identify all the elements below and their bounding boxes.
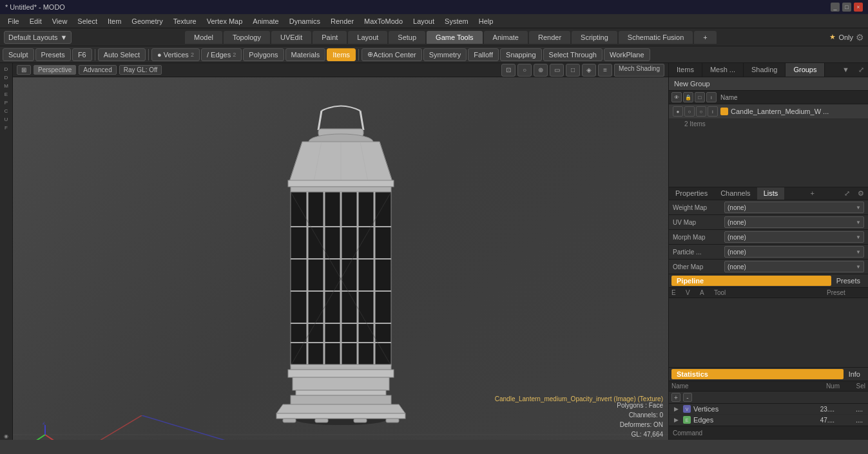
menu-geometry[interactable]: Geometry	[126, 16, 168, 26]
vp-control-7[interactable]: ≡	[598, 64, 612, 77]
menu-help[interactable]: Help	[474, 16, 499, 26]
sidebar-btn-3[interactable]: M	[1, 82, 12, 90]
other-map-dropdown[interactable]: (none) ▼	[724, 261, 864, 272]
expand-lists-btn[interactable]: ⤢	[840, 187, 854, 200]
tab-channels[interactable]: Channels	[714, 187, 757, 200]
tab-render[interactable]: Render	[529, 31, 570, 44]
group-visibility-btn[interactable]: ●	[673, 106, 683, 117]
sidebar-btn-bottom[interactable]: ◉	[1, 433, 12, 440]
expand-panel-btn[interactable]: ⤢	[854, 63, 868, 77]
settings-icon[interactable]: ⚙	[856, 32, 864, 43]
weight-map-dropdown[interactable]: (none) ▼	[724, 202, 864, 213]
info-label[interactable]: Info	[844, 369, 865, 379]
edges-expand[interactable]: ▶	[674, 417, 680, 423]
sidebar-btn-6[interactable]: C	[1, 108, 12, 115]
presets-button[interactable]: Presets	[35, 48, 71, 61]
menu-maxtomodo[interactable]: MaxToModo	[359, 16, 408, 26]
stats-remove-btn[interactable]: -	[683, 393, 692, 402]
menu-view[interactable]: View	[47, 16, 73, 26]
info-icon[interactable]: i	[706, 92, 717, 102]
menu-animate[interactable]: Animate	[247, 16, 284, 26]
tab-schematic-fusion[interactable]: Schematic Fusion	[619, 31, 693, 44]
items-button[interactable]: Items	[327, 48, 356, 61]
vp-control-5[interactable]: □	[566, 64, 580, 77]
particle-dropdown[interactable]: (none) ▼	[724, 246, 864, 258]
tab-layout[interactable]: Layout	[348, 31, 387, 44]
sidebar-btn-1[interactable]: D	[1, 66, 12, 73]
stats-add-btn[interactable]: +	[671, 393, 680, 402]
vertices-button[interactable]: ● Vertices 2	[151, 48, 200, 61]
group-info-btn[interactable]: i	[708, 106, 718, 117]
tab-lists[interactable]: Lists	[757, 187, 785, 200]
vertices-expand[interactable]: ▶	[674, 406, 680, 412]
mech-shading-btn[interactable]: Mech Shading	[614, 64, 664, 77]
workplane-button[interactable]: WorkPlane	[604, 48, 650, 61]
group-lock-btn[interactable]: ○	[684, 106, 695, 117]
default-layouts-dropdown[interactable]: Default Layouts ▼	[4, 31, 72, 44]
new-group-button[interactable]: New Group	[669, 77, 868, 91]
perspective-btn[interactable]: Perspective	[34, 65, 76, 75]
tab-items[interactable]: Items	[669, 63, 702, 77]
maximize-button[interactable]: □	[842, 3, 851, 12]
select-through-button[interactable]: Select Through	[543, 48, 603, 61]
sidebar-btn-5[interactable]: P	[1, 99, 12, 106]
group-item-lantern[interactable]: ● ○ ○ i Candle_Lantern_Medium_W ...	[669, 104, 868, 119]
menu-file[interactable]: File	[3, 16, 24, 26]
sidebar-btn-8[interactable]: F	[1, 124, 12, 131]
close-button[interactable]: ×	[854, 3, 863, 12]
menu-item[interactable]: Item	[102, 16, 126, 26]
sidebar-btn-2[interactable]: D	[1, 74, 12, 81]
render-icon[interactable]: □	[695, 92, 705, 102]
menu-layout[interactable]: Layout	[408, 16, 439, 26]
edges-button[interactable]: / Edges 2	[201, 48, 242, 61]
menu-vertexmap[interactable]: Vertex Map	[202, 16, 248, 26]
advanced-btn[interactable]: Advanced	[79, 65, 116, 75]
tab-scripting[interactable]: Scripting	[572, 31, 617, 44]
snapping-button[interactable]: Snapping	[500, 48, 542, 61]
menu-texture[interactable]: Texture	[168, 16, 202, 26]
add-panel-tab[interactable]: ▼	[837, 63, 854, 77]
tab-paint[interactable]: Paint	[313, 31, 347, 44]
vp-control-6[interactable]: ◈	[582, 64, 596, 77]
polygons-button[interactable]: Polygons	[243, 48, 284, 61]
tab-groups[interactable]: Groups	[786, 63, 825, 77]
menu-select[interactable]: Select	[72, 16, 102, 26]
tab-mesh[interactable]: Mesh ...	[702, 63, 744, 77]
f6-button[interactable]: F6	[72, 48, 92, 61]
vp-control-4[interactable]: ▭	[550, 64, 564, 77]
action-center-button[interactable]: ⊕ Action Center	[362, 48, 422, 61]
uv-map-dropdown[interactable]: (none) ▼	[724, 216, 864, 228]
minimize-button[interactable]: _	[831, 3, 840, 12]
tab-shading[interactable]: Shading	[744, 63, 786, 77]
ray-gl-btn[interactable]: Ray GL: Off	[119, 65, 162, 75]
menu-dynamics[interactable]: Dynamics	[284, 16, 325, 26]
add-lists-tab[interactable]: +	[806, 187, 818, 200]
vp-control-2[interactable]: ○	[517, 64, 532, 77]
vp-control-1[interactable]: ⊡	[501, 64, 516, 77]
tab-topology[interactable]: Topology	[224, 31, 270, 44]
sidebar-btn-7[interactable]: U	[1, 116, 12, 123]
settings-lists-btn[interactable]: ⚙	[854, 187, 868, 200]
vp-control-3[interactable]: ⊕	[534, 64, 548, 77]
visibility-icon[interactable]: 👁	[671, 92, 682, 102]
tab-properties[interactable]: Properties	[669, 187, 714, 200]
tab-model[interactable]: Model	[185, 31, 222, 44]
sidebar-btn-4[interactable]: E	[1, 91, 12, 98]
menu-render[interactable]: Render	[325, 16, 359, 26]
vp-expand-btn[interactable]: ⊞	[17, 65, 31, 75]
viewport-canvas[interactable]: X Y Z Candle_Lantern_medium_Opacity_inve…	[13, 77, 668, 440]
morph-map-dropdown[interactable]: (none) ▼	[724, 231, 864, 243]
tab-game-tools[interactable]: Game Tools	[427, 31, 483, 44]
menu-system[interactable]: System	[439, 16, 474, 26]
viewport[interactable]: ⊞ Perspective Advanced Ray GL: Off ⊡ ○ ⊕…	[13, 63, 668, 440]
menu-edit[interactable]: Edit	[24, 16, 47, 26]
falloff-button[interactable]: Falloff	[468, 48, 499, 61]
sculpt-button[interactable]: Sculpt	[3, 48, 34, 61]
group-render-btn[interactable]: ○	[696, 106, 706, 117]
auto-select-button[interactable]: Auto Select	[98, 48, 146, 61]
tab-add[interactable]: +	[694, 31, 716, 44]
lock-icon[interactable]: 🔒	[683, 92, 693, 102]
tab-uvedit[interactable]: UVEdit	[271, 31, 311, 44]
presets-label[interactable]: Presets	[831, 276, 865, 286]
symmetry-button[interactable]: Symmetry	[423, 48, 467, 61]
